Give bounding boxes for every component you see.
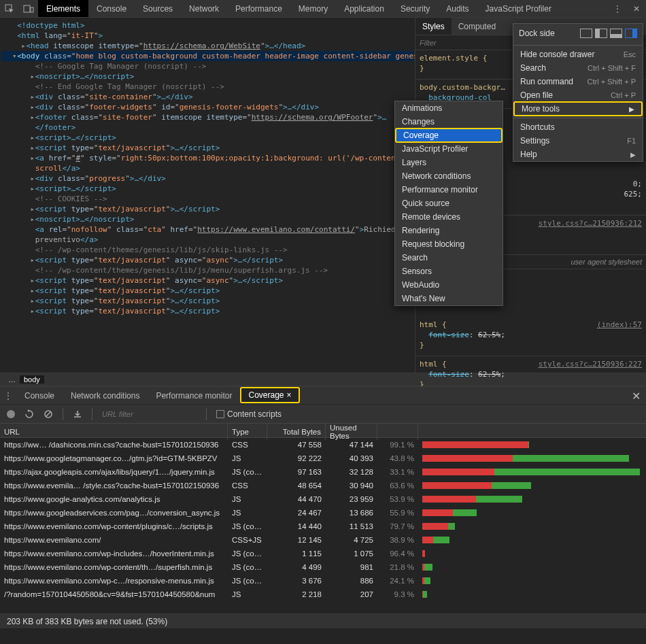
drawer-tab-network-conditions[interactable]: Network conditions [63,387,148,404]
styles-tab-styles[interactable]: Styles [415,18,452,35]
tab-network[interactable]: Network [181,0,227,17]
tab-security[interactable]: Security [392,0,438,17]
dom-node[interactable]: <!-- COOKIES --> [1,194,413,204]
tab-console[interactable]: Console [88,0,135,17]
dom-node[interactable]: <!doctype html> [1,20,413,31]
close-tab-icon[interactable]: × [287,390,292,400]
styles-tab-computed[interactable]: Computed [452,18,503,35]
tab-javascript-profiler[interactable]: JavaScript Profiler [477,0,560,17]
dom-node[interactable]: ▸<script type="text/javascript">…</scrip… [1,296,413,306]
tools-item-request-blocking[interactable]: Request blocking [395,237,503,251]
dock-undock-icon[interactable] [580,29,592,38]
source-link[interactable]: style.css?c…2150936:227 [539,359,642,369]
tab-memory[interactable]: Memory [290,0,336,17]
dom-node[interactable]: ▸<script>…</script> [1,133,413,143]
dom-node[interactable]: ▸<script type="text/javascript">…</scrip… [1,286,413,296]
tools-item-remote-devices[interactable]: Remote devices [395,210,503,224]
tools-item-network-conditions[interactable]: Network conditions [395,169,503,183]
drawer-tab-performance-monitor[interactable]: Performance monitor [148,387,240,404]
dom-node[interactable]: ▸<script type="text/javascript" async="a… [1,275,413,286]
dom-node[interactable]: ▾<body class="home blog custom-backgroun… [1,51,413,61]
dom-node[interactable]: <a rel="nofollow" class="cta" href="http… [1,224,413,235]
menu-item-run-command[interactable]: Run commandCtrl + Shift + P [513,75,643,88]
settings-menu[interactable]: Dock side Hide console drawerEscSearchCt… [513,23,643,162]
dock-left-icon[interactable] [595,29,607,38]
menu-item-hide-console-drawer[interactable]: Hide console drawerEsc [513,48,643,61]
tools-item-sensors[interactable]: Sensors [395,265,503,278]
menu-item-search[interactable]: SearchCtrl + Shift + F [513,61,643,75]
tools-item-search[interactable]: Search [395,251,503,265]
tab-application[interactable]: Application [336,0,392,17]
tools-item-javascript-profiler[interactable]: JavaScript Profiler [395,142,503,156]
coverage-row[interactable]: https://www.evemilano.com/wp-content/th…… [0,560,646,574]
dom-node[interactable]: ▸<script type="text/javascript">…</scrip… [1,204,413,214]
elements-tree[interactable]: <!doctype html> <html lang="it-IT"> ▸<he… [0,18,415,373]
dom-node[interactable]: preventivo</a> [1,235,413,245]
dom-node[interactable]: ▸<noscript>…</noscript> [1,214,413,224]
tools-item-what's-new[interactable]: What's New [395,292,503,305]
style-rule[interactable]: (index):57 html { font-size: 62.5%; } [415,317,646,356]
menu-item-help[interactable]: Help▶ [513,148,643,161]
tools-item-changes[interactable]: Changes [395,115,503,129]
url-filter-input[interactable] [102,410,197,418]
coverage-row[interactable]: https://www.evemilano.com/wp-includes…/h… [0,547,646,560]
record-icon[interactable] [7,410,15,418]
coverage-row[interactable]: https://www.evemilano.com/CSS+JS12 1454 … [0,533,646,547]
tools-item-coverage[interactable]: Coverage [395,128,503,143]
dom-node[interactable]: ▸<script type="text/javascript">…</scrip… [1,306,413,316]
tools-item-animations[interactable]: Animations [395,101,503,115]
coverage-row[interactable]: /?random=1570104450580&cv=9&fst=15701044… [0,588,646,601]
dom-node[interactable]: <html lang="it-IT"> [1,31,413,41]
coverage-row[interactable]: https://www.google-analytics.com/analyti… [0,492,646,506]
dom-node[interactable]: <!-- /wp-content/themes/genesis/lib/js/m… [1,265,413,275]
close-devtools-icon[interactable]: ✕ [627,0,646,17]
tab-audits[interactable]: Audits [438,0,477,17]
more-tabs-icon[interactable]: ⋮ [608,0,627,17]
dom-node[interactable]: <!-- Google Tag Manager (noscript) --> [1,61,413,71]
tab-elements[interactable]: Elements [38,0,88,17]
dom-node[interactable]: <!-- /wp-content/themes/genesis/lib/js/s… [1,245,413,255]
dock-bottom-icon[interactable] [610,29,622,38]
clear-icon[interactable] [44,409,53,419]
device-toggle-icon[interactable] [19,0,38,17]
dom-node[interactable]: ▸<div class="site-container">…</div> [1,92,413,102]
reload-icon[interactable] [24,409,34,419]
content-scripts-checkbox[interactable]: Content scripts [216,409,282,419]
export-icon[interactable] [73,409,82,419]
drawer-more-icon[interactable]: ⋮ [0,387,16,404]
styles-filter-input[interactable] [420,39,474,47]
coverage-row[interactable]: https://ajax.googleapis.com/ajax/libs/jq… [0,465,646,479]
tools-item-webaudio[interactable]: WebAudio [395,278,503,292]
dock-right-icon[interactable] [625,29,637,38]
menu-item-shortcuts[interactable]: Shortcuts [513,120,643,134]
breadcrumb-item[interactable]: … [4,375,20,384]
dom-node[interactable]: ▸<div class="footer-widgets" id="genesis… [1,102,413,112]
drawer-tab-coverage[interactable]: Coverage × [240,387,299,403]
tools-item-rendering[interactable]: Rendering [395,224,503,237]
dom-node[interactable]: scroll</a> [1,163,413,173]
drawer-tab-console[interactable]: Console [16,387,63,404]
dom-node[interactable]: ▸<script type="text/javascript" async="a… [1,255,413,265]
dom-node[interactable]: ▸<div class="progress">…</div> [1,173,413,184]
tab-performance[interactable]: Performance [227,0,290,17]
dom-node[interactable]: <!-- End Google Tag Manager (noscript) -… [1,82,413,92]
dom-node[interactable]: ▸<script>…</script> [1,184,413,194]
coverage-row[interactable]: https://www.googleadservices.com/pag…/co… [0,506,646,520]
more-tools-menu[interactable]: AnimationsChangesCoverageJavaScript Prof… [394,101,503,306]
dom-node[interactable]: ▸<script type="text/javascript">…</scrip… [1,143,413,153]
menu-item-more-tools[interactable]: More tools▶ [513,101,643,116]
breadcrumb-item[interactable]: body [20,375,44,384]
dom-node[interactable]: </footer> [1,122,413,133]
menu-item-open-file[interactable]: Open fileCtrl + P [513,88,643,102]
tools-item-layers[interactable]: Layers [395,156,503,169]
coverage-row[interactable]: https://www.evemilano.com/wp-content/plu… [0,520,646,533]
dom-node[interactable]: ▸<footer class="site-footer" itemscope i… [1,112,413,122]
dom-node[interactable]: ▸<head itemscope itemtype="https://schem… [1,41,413,51]
tools-item-performance-monitor[interactable]: Performance monitor [395,183,503,197]
coverage-row[interactable]: https://www.googletagmanager.co…/gtm.js?… [0,452,646,465]
tools-item-quick-source[interactable]: Quick source [395,197,503,210]
source-link[interactable]: style.css?c…2150936:212 [539,218,642,228]
inspect-icon[interactable] [0,0,19,17]
coverage-row[interactable]: https://www.evemila… /style.css?cache-bu… [0,479,646,492]
coverage-row[interactable]: https://www.evemilano.com/wp-c…/responsi… [0,574,646,588]
